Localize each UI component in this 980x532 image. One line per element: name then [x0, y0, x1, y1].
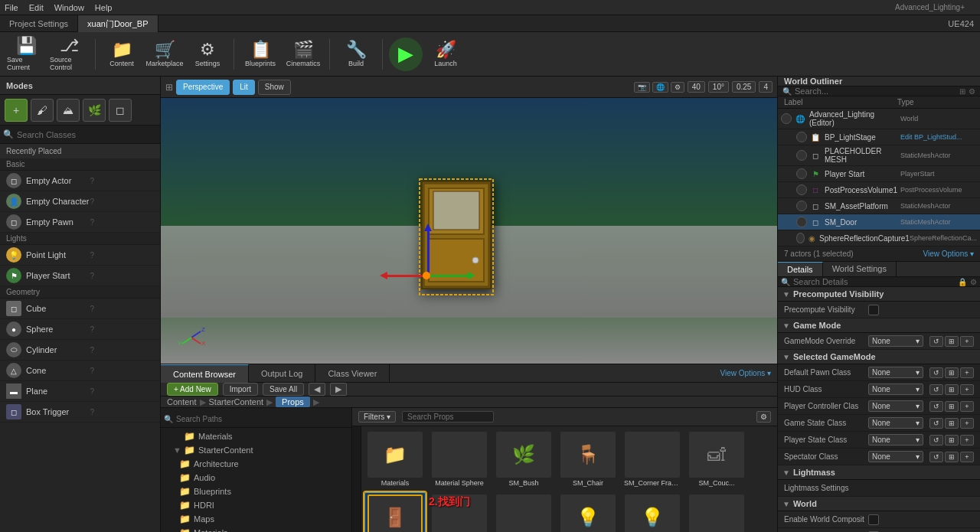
build-button[interactable]: 🔧 Build [336, 35, 376, 73]
class-search[interactable]: 🔍 [0, 126, 160, 144]
content-settings-button[interactable]: ⚙ [756, 411, 771, 423]
lit-button[interactable]: Lit [233, 80, 255, 95]
breadcrumb-props[interactable]: Props [276, 397, 310, 407]
player-controller-dropdown[interactable]: None▾ [868, 400, 923, 412]
outliner-item-sm-door[interactable]: ◻ SM_Door StaticMeshActor [778, 214, 980, 230]
filters-button[interactable]: Filters ▾ [358, 411, 396, 423]
cinematics-button[interactable]: 🎬 Cinematics [283, 35, 323, 73]
tree-hdri[interactable]: 📁 HDRI [161, 498, 351, 512]
play-button[interactable]: ▶ [389, 38, 423, 71]
mode-foliage[interactable]: 🌿 [83, 99, 106, 122]
outliner-item-world[interactable]: 🌐 Advanced_Lighting (Editor) World [778, 109, 980, 129]
blueprints-button[interactable]: 📋 Blueprints [240, 35, 280, 73]
save-current-button[interactable]: 💾 Save Current [6, 35, 46, 73]
ps-add[interactable]: + [960, 435, 974, 446]
precompute-vis-checkbox[interactable] [868, 305, 879, 315]
outliner-item-asset-platform[interactable]: ◻ SM_AssetPlatform StaticMeshActor [778, 198, 980, 214]
content-item-sm-glass-window[interactable]: SM_Glass Window [493, 492, 554, 532]
class-item-sphere[interactable]: ● Sphere ? [0, 319, 160, 340]
class-item-player-start[interactable]: ⚑ Player Start ? [0, 266, 160, 286]
pc-reset[interactable]: ↺ [929, 401, 943, 412]
empty-pawn-help[interactable]: ? [90, 218, 155, 227]
outliner-search-input[interactable] [795, 86, 956, 96]
details-search[interactable]: 🔍 🔒 ⚙ [778, 277, 980, 287]
vp-ctrl-3[interactable]: ⚙ [671, 82, 684, 93]
content-item-sm-chair[interactable]: 🪑SM_Chair [557, 429, 619, 489]
outliner-settings-icon[interactable]: ⚙ [969, 87, 975, 96]
menu-window[interactable]: Window [54, 3, 84, 12]
game-state-dropdown[interactable]: None▾ [868, 417, 923, 429]
outliner-filter-icon[interactable]: ⊞ [959, 87, 965, 96]
outliner-item-sphere-reflection[interactable]: ◉ SphereReflectionCapture1 SphereReflect… [778, 230, 980, 246]
gamemode-add-btn[interactable]: + [960, 336, 974, 347]
props-search-input[interactable] [402, 411, 494, 423]
cone-help[interactable]: ? [90, 367, 155, 375]
gs-reset[interactable]: ↺ [929, 418, 943, 429]
spectator-dropdown[interactable]: None▾ [868, 451, 923, 462]
hud-add[interactable]: + [960, 384, 974, 395]
plane-help[interactable]: ? [90, 387, 155, 396]
content-item-sm-corner-frame[interactable]: SM_Corner Frame [622, 429, 683, 489]
sphere-reflection-eye[interactable] [796, 233, 805, 243]
content-item-sm-lamp-ceiling[interactable]: 💡SM_Lamp_Ceiling [557, 492, 619, 532]
content-item-sm-lamp-wall[interactable]: 💡SM_Lamp_Wall [622, 492, 683, 532]
cube-help[interactable]: ? [90, 305, 155, 313]
hud-reset[interactable]: ↺ [929, 384, 943, 395]
details-search-input[interactable] [793, 277, 955, 286]
box-trigger-help[interactable]: ? [90, 408, 155, 416]
sphere-help[interactable]: ? [90, 325, 155, 334]
details-lock-icon[interactable]: 🔒 [958, 278, 967, 286]
hud-browse[interactable]: ⊞ [945, 384, 959, 395]
gamemode-reset-btn[interactable]: ↺ [929, 336, 943, 347]
path-search[interactable]: 🔍 [161, 411, 351, 428]
marketplace-button[interactable]: 🛒 Marketplace [145, 35, 185, 73]
tree-starter-content[interactable]: ▼ 📁 StarterContent [161, 443, 351, 457]
content-item-sm-bush[interactable]: 🌿SM_Bush [493, 429, 554, 489]
empty-character-help[interactable]: ? [90, 197, 155, 206]
class-item-empty-actor[interactable]: ◻ Empty Actor ? [0, 171, 160, 191]
class-item-cylinder[interactable]: ⬭ Cylinder ? [0, 340, 160, 361]
view-options-button[interactable]: View Options ▾ [923, 250, 974, 258]
search-classes-input[interactable] [17, 130, 157, 139]
class-item-empty-pawn[interactable]: ◻ Empty Pawn ? [0, 212, 160, 233]
tab-output-log[interactable]: Output Log [249, 364, 315, 383]
gamemode-browse-btn[interactable]: ⊞ [945, 336, 959, 347]
player-start-eye[interactable] [796, 168, 807, 179]
breadcrumb-starter-content[interactable]: StarterContent [209, 397, 264, 406]
gs-browse[interactable]: ⊞ [945, 418, 959, 429]
vp-ctrl-1[interactable]: 📷 [634, 82, 650, 93]
tab-details[interactable]: Details [778, 262, 823, 276]
section-lightmass[interactable]: ▼ Lightmass [778, 465, 980, 480]
player-start-help[interactable]: ? [90, 272, 155, 280]
default-pawn-dropdown[interactable]: None▾ [868, 367, 923, 378]
default-pawn-reset[interactable]: ↺ [929, 367, 943, 378]
outliner-item-bp-lightstage[interactable]: 📋 BP_LightStage Edit BP_LightStud... [778, 129, 980, 145]
bp-lightstage-eye[interactable] [796, 132, 807, 142]
postprocess-eye[interactable] [796, 184, 807, 195]
class-item-cube[interactable]: ◻ Cube ? [0, 299, 160, 319]
details-settings-icon[interactable]: ⚙ [970, 278, 977, 286]
point-light-help[interactable]: ? [90, 251, 155, 259]
nav-back-button[interactable]: ◀ [309, 383, 325, 396]
tree-audio[interactable]: 📁 Audio [161, 471, 351, 485]
tab-world-settings[interactable]: World Settings [823, 262, 897, 276]
class-item-cone[interactable]: △ Cone ? [0, 361, 160, 381]
settings-button[interactable]: ⚙ Settings [188, 35, 227, 73]
class-item-empty-character[interactable]: 👤 Empty Character ? [0, 191, 160, 212]
tree-materials-2[interactable]: 📁 Materials [161, 526, 351, 532]
content-button[interactable]: 📁 Content [102, 35, 142, 73]
tab-content-browser[interactable]: Content Browser [161, 364, 249, 383]
content-item-sm-mat-previewmesh-02[interactable]: SM_Mat_PreviewMesh_02 [686, 492, 747, 532]
section-game-mode[interactable]: ▼ Game Mode [778, 318, 980, 333]
sp-reset[interactable]: ↺ [929, 452, 943, 462]
breadcrumb-content[interactable]: Content [167, 397, 197, 406]
tree-architecture[interactable]: 📁 Architecture [161, 457, 351, 471]
save-all-button[interactable]: Save All [263, 383, 304, 396]
world-eye[interactable] [781, 113, 792, 124]
section-selected-gamemode[interactable]: ▼ Selected GameMode [778, 350, 980, 364]
player-state-dropdown[interactable]: None▾ [868, 434, 923, 446]
world-composite-checkbox[interactable] [868, 514, 879, 525]
section-precomputed-visibility[interactable]: ▼ Precomputed Visibility [778, 287, 980, 302]
tree-materials[interactable]: 📁 Materials [161, 429, 351, 443]
outliner-item-postprocess[interactable]: □ PostProcessVolume1 PostProcessVolume [778, 182, 980, 198]
